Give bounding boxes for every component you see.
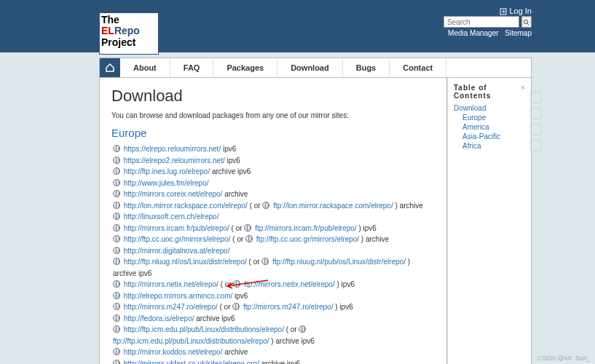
mirror-note: archive ipv6	[196, 314, 235, 323]
tool-top-icon[interactable]	[529, 140, 541, 151]
mirror-note: archive	[224, 348, 248, 356]
search-form	[444, 16, 532, 28]
mirror-alt-link[interactable]: ftp://ftp.icm.edu.pl/pub/Linux/distribut…	[113, 337, 269, 345]
mirror-link[interactable]: https://elrepo.reloumirrors.net/	[124, 145, 221, 153]
mirror-link[interactable]: http://mirrors.coreix.net/elrepo/	[124, 190, 223, 198]
globe-icon	[113, 213, 120, 220]
mirror-link[interactable]: https://elrepo2.reloumirrors.net/	[124, 157, 225, 165]
mirror-alt-link[interactable]: ftp://ftp.nluug.nl/pub/os/Linux/distr/el…	[272, 258, 406, 266]
nav-contact[interactable]: Contact	[390, 58, 446, 77]
mirror-note: archive ipv6	[261, 360, 300, 365]
mirror-link[interactable]: http://mirrors.ircam.fr/pub/elrepo/	[124, 224, 229, 232]
globe-icon	[244, 224, 251, 232]
globe-icon	[113, 348, 120, 355]
globe-icon	[113, 360, 120, 365]
tool-revisions-icon[interactable]	[529, 108, 541, 119]
mirror-link[interactable]: http://lon.mirror.rackspace.com/elrepo/	[124, 202, 248, 210]
toc-sublink[interactable]: Africa	[462, 142, 481, 150]
globe-icon	[113, 303, 120, 310]
mirror-link[interactable]: http://ftp.cc.uoc.gr/mirrors/elrepo/	[124, 235, 231, 243]
mirror-item: http://www.jules.fm/elrepo/	[111, 178, 435, 189]
mirror-alt-link[interactable]: ftp://lon.mirror.rackspace.com/elrepo/	[273, 202, 393, 210]
mirror-link[interactable]: http://ftp.nluug.nl/os/Linux/distr/elrep…	[124, 258, 247, 266]
globe-icon	[113, 224, 120, 232]
mirror-note: archive	[224, 190, 248, 198]
tool-backlinks-icon[interactable]	[529, 124, 541, 135]
mirror-link[interactable]: http://mirrors.netix.net/elrepo/	[124, 280, 218, 288]
mirror-link[interactable]: http://elrepo.mirrors.arminco.com/	[124, 292, 233, 300]
globe-icon	[245, 235, 253, 242]
nav-about[interactable]: About	[120, 58, 170, 77]
mirror-item: https://elrepo2.reloumirrors.net/ ipv6	[111, 155, 435, 167]
globe-icon	[113, 145, 120, 152]
mirror-link[interactable]: http://ftp.ines.lug.ro/elrepo/	[124, 167, 210, 175]
logo[interactable]: The ELRepo Project	[99, 12, 159, 55]
mirror-item: http://ftp.cc.uoc.gr/mirrors/elrepo/ ( o…	[111, 234, 435, 245]
mirror-item: http://ftp.icm.edu.pl/pub/Linux/distribu…	[111, 324, 435, 347]
nav-download[interactable]: Download	[277, 58, 343, 77]
intro-text: You can browse and download packages fro…	[111, 111, 435, 119]
mirror-alt-link[interactable]: ftp://ftp.cc.uoc.gr/mirrors/elrepo/	[256, 235, 359, 243]
nav-bugs[interactable]: Bugs	[343, 58, 390, 77]
mirror-link[interactable]: http://www.jules.fm/elrepo/	[124, 179, 209, 187]
mirror-link[interactable]: http://fedora.is/elrepo/	[124, 314, 194, 323]
mirror-note: ipv6	[342, 280, 355, 288]
toc-link[interactable]: Download	[454, 104, 486, 112]
mirror-note: ipv6	[223, 145, 236, 153]
home-icon	[105, 63, 115, 73]
globe-icon	[113, 247, 120, 254]
globe-icon	[262, 202, 269, 209]
mirror-item: http://fedora.is/elrepo/ archive ipv6	[111, 313, 435, 325]
login-icon	[500, 8, 507, 15]
mirror-item: https://elrepo.reloumirrors.net/ ipv6	[111, 143, 435, 155]
mirror-alt-link[interactable]: ftp://mirrors.netix.net/elrepo/	[244, 280, 335, 288]
nav-home[interactable]	[100, 58, 120, 77]
globe-icon	[113, 179, 120, 186]
mirror-link[interactable]: http://mirror.digitalnova.at/elrepo/	[124, 247, 230, 255]
toc-sublink[interactable]: America	[462, 123, 489, 131]
mirror-item: http://mirrors.ircam.fr/pub/elrepo/ ( or…	[111, 223, 435, 234]
mirror-alt-link[interactable]: ftp://mirrors.ircam.fr/pub/elrepo/	[255, 224, 356, 232]
mirror-note: ipv6	[339, 303, 352, 311]
toc-sublink[interactable]: Europe	[462, 114, 486, 122]
mirror-link[interactable]: http://linuxsoft.cern.ch/elrepo/	[124, 213, 219, 221]
mirror-item: http://mirrors.ukfast.co.uk/sites/elrepo…	[111, 358, 435, 365]
mirror-note: archive ipv6	[275, 337, 314, 345]
nav-faq[interactable]: FAQ	[170, 58, 214, 77]
globe-icon	[113, 157, 120, 164]
mirror-alt-link[interactable]: ftp://mirrors.m247.ro/elrepo/	[243, 303, 333, 311]
nav-packages[interactable]: Packages	[213, 58, 277, 77]
mirror-link[interactable]: http://mirrors.m247.ro/elrepo/	[124, 303, 218, 311]
mirror-note: archive	[366, 235, 389, 243]
toc-sublink[interactable]: Asia-Pacific	[462, 132, 500, 141]
mirror-list: https://elrepo.reloumirrors.net/ ipv6 ht…	[111, 143, 435, 364]
mirror-link[interactable]: http://mirror.koddos.net/elrepo/	[124, 348, 223, 356]
media-manager-link[interactable]: Media Manager	[448, 29, 498, 37]
search-button[interactable]	[521, 16, 532, 28]
globe-icon	[113, 314, 120, 322]
mirror-link[interactable]: http://ftp.icm.edu.pl/pub/Linux/distribu…	[124, 325, 284, 333]
mirror-link[interactable]: http://mirrors.ukfast.co.uk/sites/elrepo…	[124, 360, 259, 365]
mirror-item: http://mirrors.netix.net/elrepo/ ( or ft…	[111, 279, 435, 290]
main-nav: About FAQ Packages Download Bugs Contact	[99, 58, 532, 78]
search-icon	[524, 20, 529, 25]
globe-icon	[113, 325, 120, 333]
sitemap-link[interactable]: Sitemap	[505, 29, 532, 37]
globe-icon	[113, 292, 120, 299]
mirror-item: http://mirrors.coreix.net/elrepo/ archiv…	[111, 189, 435, 200]
login-link[interactable]: Log In	[500, 7, 532, 15]
mirror-item: http://lon.mirror.rackspace.com/elrepo/ …	[111, 200, 435, 212]
globe-icon	[113, 190, 120, 197]
mirror-item: http://mirror.koddos.net/elrepo/ archive	[111, 347, 435, 358]
globe-icon	[113, 202, 120, 209]
mirror-item: http://linuxsoft.cern.ch/elrepo/	[111, 211, 435, 223]
search-input[interactable]	[444, 16, 519, 28]
toc-title: Table of Contents	[454, 84, 525, 100]
toc-close[interactable]: ×	[521, 84, 525, 92]
mirror-note: archive ipv6	[212, 167, 251, 175]
mirror-note: archive ipv6	[113, 269, 151, 277]
mirror-note: ipv6	[363, 224, 377, 232]
tool-edit-icon[interactable]	[529, 92, 541, 103]
globe-icon	[113, 167, 120, 175]
mirror-note: ipv6	[235, 292, 248, 300]
